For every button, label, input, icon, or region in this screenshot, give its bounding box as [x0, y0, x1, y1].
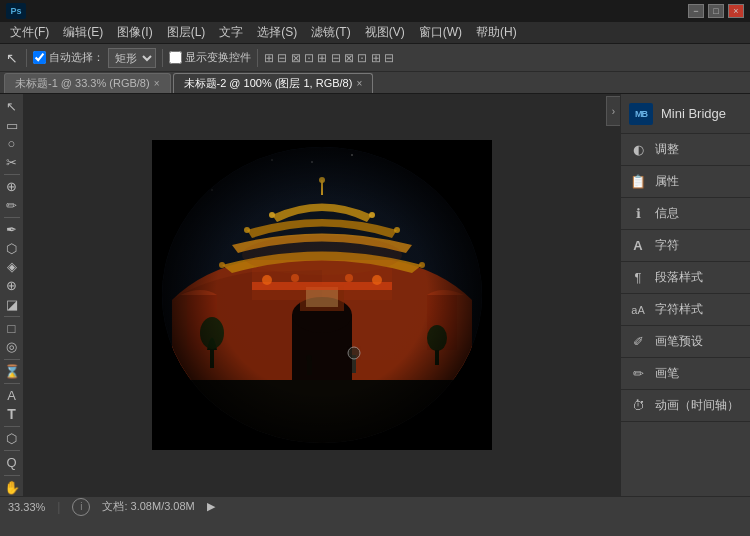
panel-item-paragraph-style[interactable]: ¶ 段落样式	[621, 262, 750, 294]
tool-move[interactable]: ↖	[1, 98, 23, 116]
panel-item-char-style[interactable]: aA 字符样式	[621, 294, 750, 326]
tabs-bar: 未标题-1 @ 33.3% (RGB/8) × 未标题-2 @ 100% (图层…	[0, 72, 750, 94]
tab-document-1[interactable]: 未标题-1 @ 33.3% (RGB/8) ×	[4, 73, 171, 93]
minimize-button[interactable]: −	[688, 4, 704, 18]
tool-history-brush[interactable]: ⊕	[1, 277, 23, 295]
auto-select-checkbox[interactable]	[33, 51, 46, 64]
document-image	[152, 140, 492, 450]
tab-1-close[interactable]: ×	[154, 78, 160, 89]
tool-brush[interactable]: ⬡	[1, 240, 23, 258]
toolbox: ↖ ▭ ○ ✂ ⊕ ✏ ✒ ⬡ ◈ ⊕ ◪ □ ◎ ⌛ A T ⬡ Q ✋	[0, 94, 24, 496]
svg-point-39	[162, 147, 482, 443]
title-bar: Ps − □ ×	[0, 0, 750, 22]
show-transform-text: 显示变换控件	[185, 50, 251, 65]
paragraph-style-label: 段落样式	[655, 269, 703, 286]
title-bar-controls: − □ ×	[688, 4, 744, 18]
show-transform-checkbox[interactable]	[169, 51, 182, 64]
tool-eyedropper[interactable]: ✏	[1, 197, 23, 215]
canvas-area[interactable]	[24, 94, 620, 496]
panel-item-adjust[interactable]: ◐ 调整	[621, 134, 750, 166]
tool-shape[interactable]: ⬡	[1, 430, 23, 448]
menu-help[interactable]: 帮助(H)	[470, 22, 523, 43]
properties-label: 属性	[655, 173, 679, 190]
tool-healing[interactable]: ✒	[1, 221, 23, 239]
tool-marquee[interactable]: ▭	[1, 117, 23, 135]
menu-window[interactable]: 窗口(W)	[413, 22, 468, 43]
main-layout: ↖ ▭ ○ ✂ ⊕ ✏ ✒ ⬡ ◈ ⊕ ◪ □ ◎ ⌛ A T ⬡ Q ✋	[0, 94, 750, 496]
options-toolbar: ↖ 自动选择： 矩形 显示变换控件 ⊞ ⊟ ⊠ ⊡ ⊞ ⊟ ⊠ ⊡ ⊞ ⊟	[0, 44, 750, 72]
timeline-icon: ⏱	[629, 397, 647, 415]
tool-sep-1	[4, 174, 20, 175]
panel-item-brush-preset[interactable]: ✐ 画笔预设	[621, 326, 750, 358]
timeline-label: 动画（时间轴）	[655, 397, 739, 414]
tool-pen[interactable]: A	[1, 387, 23, 405]
mini-bridge-logo-icon: MB	[629, 103, 653, 125]
menu-image[interactable]: 图像(I)	[111, 22, 158, 43]
tool-sep-8	[4, 475, 20, 476]
character-icon: A	[629, 237, 647, 255]
tab-document-2[interactable]: 未标题-2 @ 100% (图层 1, RGB/8) ×	[173, 73, 374, 93]
char-style-icon: aA	[629, 301, 647, 319]
menu-file[interactable]: 文件(F)	[4, 22, 55, 43]
adjust-label: 调整	[655, 141, 679, 158]
auto-select-dropdown[interactable]: 矩形	[108, 48, 156, 68]
properties-icon: 📋	[629, 173, 647, 191]
panel-item-timeline[interactable]: ⏱ 动画（时间轴）	[621, 390, 750, 422]
zoom-level: 33.33%	[8, 501, 45, 513]
brush-icon: ✏	[629, 365, 647, 383]
move-tool-icon[interactable]: ↖	[4, 50, 20, 66]
menu-layer[interactable]: 图层(L)	[161, 22, 212, 43]
image-svg	[152, 140, 492, 450]
panel-item-info[interactable]: ℹ 信息	[621, 198, 750, 230]
status-arrow-button[interactable]: ▶	[207, 500, 215, 513]
status-separator: |	[57, 500, 60, 514]
tool-magic-wand[interactable]: ✂	[1, 154, 23, 172]
align-icons: ⊞ ⊟ ⊠ ⊡ ⊞ ⊟ ⊠ ⊡ ⊞ ⊟	[264, 51, 394, 65]
ps-logo-icon: Ps	[6, 3, 26, 19]
tool-gradient[interactable]: □	[1, 320, 23, 338]
tool-sep-3	[4, 316, 20, 317]
doc-label: 文档:	[102, 500, 127, 512]
brush-preset-label: 画笔预设	[655, 333, 703, 350]
maximize-button[interactable]: □	[708, 4, 724, 18]
tool-sep-7	[4, 450, 20, 451]
adjust-icon: ◐	[629, 141, 647, 159]
menu-filter[interactable]: 滤镜(T)	[305, 22, 356, 43]
tool-hand[interactable]: ✋	[1, 479, 23, 497]
tool-lasso[interactable]: ○	[1, 135, 23, 153]
panel-item-brush[interactable]: ✏ 画笔	[621, 358, 750, 390]
tool-eraser[interactable]: ◪	[1, 295, 23, 313]
menu-edit[interactable]: 编辑(E)	[57, 22, 109, 43]
brush-label: 画笔	[655, 365, 679, 382]
tool-sep-5	[4, 383, 20, 384]
menu-view[interactable]: 视图(V)	[359, 22, 411, 43]
tool-crop[interactable]: ⊕	[1, 178, 23, 196]
panel-item-properties[interactable]: 📋 属性	[621, 166, 750, 198]
paragraph-style-icon: ¶	[629, 269, 647, 287]
tool-sep-6	[4, 426, 20, 427]
tab-1-label: 未标题-1 @ 33.3% (RGB/8)	[15, 76, 150, 91]
tool-clone[interactable]: ◈	[1, 258, 23, 276]
tool-type[interactable]: T	[1, 405, 23, 423]
tool-dodge[interactable]: ⌛	[1, 363, 23, 381]
tab-2-close[interactable]: ×	[356, 78, 362, 89]
status-info-icon[interactable]: i	[72, 498, 90, 516]
status-bar: 33.33% | i 文档: 3.08M/3.08M ▶	[0, 496, 750, 516]
info-label: 信息	[655, 205, 679, 222]
right-panel: MB Mini Bridge ◐ 调整 📋 属性 ℹ 信息 A 字符 ¶ 段落样…	[620, 94, 750, 496]
menu-select[interactable]: 选择(S)	[251, 22, 303, 43]
info-icon: ℹ	[629, 205, 647, 223]
mini-bridge-title: Mini Bridge	[661, 106, 726, 121]
title-bar-left: Ps	[6, 3, 26, 19]
menu-type[interactable]: 文字	[213, 22, 249, 43]
document-canvas	[24, 94, 620, 496]
tool-zoom[interactable]: Q	[1, 454, 23, 472]
panel-item-character[interactable]: A 字符	[621, 230, 750, 262]
auto-select-label: 自动选择：	[33, 50, 104, 65]
show-transform-label: 显示变换控件	[169, 50, 251, 65]
tool-blur[interactable]: ◎	[1, 338, 23, 356]
menu-bar: 文件(F) 编辑(E) 图像(I) 图层(L) 文字 选择(S) 滤镜(T) 视…	[0, 22, 750, 44]
close-button[interactable]: ×	[728, 4, 744, 18]
char-style-label: 字符样式	[655, 301, 703, 318]
panel-collapse-button[interactable]: ›	[606, 96, 620, 126]
